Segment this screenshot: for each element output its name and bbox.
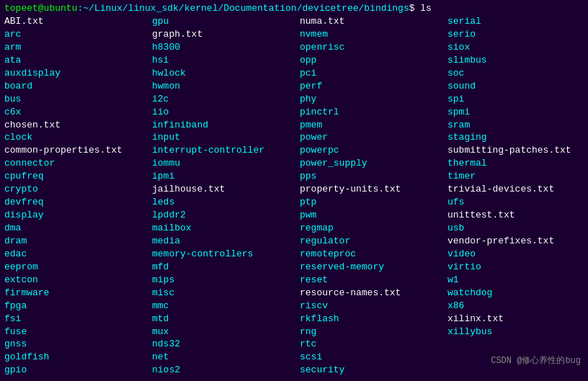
ls-item: ata bbox=[4, 54, 152, 67]
prompt-user: topeet@ubuntu bbox=[4, 3, 77, 14]
ls-item: bus bbox=[4, 93, 152, 106]
ls-item: power_supply bbox=[300, 157, 447, 170]
ls-item: vendor-prefixes.txt bbox=[447, 235, 588, 248]
ls-item: ipmi bbox=[152, 170, 300, 183]
ls-item: x86 bbox=[447, 300, 588, 313]
ls-item: iommu bbox=[152, 157, 300, 170]
ls-item: pmem bbox=[300, 119, 447, 132]
ls-item: opp bbox=[300, 54, 447, 67]
ls-item: c6x bbox=[4, 106, 152, 119]
ls-item: mtd bbox=[152, 313, 300, 326]
ls-item: auxdisplay bbox=[4, 67, 152, 80]
ls-item: ptp bbox=[300, 196, 447, 209]
ls-item: gpio bbox=[4, 364, 152, 377]
ls-item: ABI.txt bbox=[4, 15, 152, 28]
ls-item: virtio bbox=[447, 261, 588, 274]
prompt-path: :~/Linux/linux_sdk/kernel/Documentation/… bbox=[77, 3, 409, 14]
ls-item: xilinx.txt bbox=[447, 313, 588, 326]
terminal: topeet@ubuntu:~/Linux/linux_sdk/kernel/D… bbox=[0, 0, 588, 381]
ls-item: submitting-patches.txt bbox=[447, 144, 588, 157]
ls-item: sound bbox=[447, 80, 588, 93]
ls-item: phy bbox=[300, 93, 447, 106]
ls-item: powerpc bbox=[300, 144, 447, 157]
ls-item: numa.txt bbox=[300, 15, 447, 28]
ls-item: riscv bbox=[300, 300, 447, 313]
ls-item: dma bbox=[4, 222, 152, 235]
ls-output: ABI.txtgpunuma.txtserialarcgraph.txtnvme… bbox=[4, 15, 584, 377]
ls-item: nvmem bbox=[300, 28, 447, 41]
ls-item: fuse bbox=[4, 326, 152, 339]
ls-item: nios2 bbox=[152, 364, 300, 377]
ls-item: gnss bbox=[4, 338, 152, 351]
ls-item: pinctrl bbox=[300, 106, 447, 119]
ls-item: pwm bbox=[300, 209, 447, 222]
ls-item: eeprom bbox=[4, 261, 152, 274]
ls-item: jailhouse.txt bbox=[152, 183, 300, 196]
ls-item: siox bbox=[447, 41, 588, 54]
ls-item: openrisc bbox=[300, 41, 447, 54]
ls-item: media bbox=[152, 235, 300, 248]
prompt-dollar: $ ls bbox=[409, 3, 432, 14]
ls-item: perf bbox=[300, 80, 447, 93]
ls-item: connector bbox=[4, 157, 152, 170]
ls-item: unittest.txt bbox=[447, 209, 588, 222]
ls-item: scsi bbox=[300, 351, 447, 364]
ls-item: iio bbox=[152, 106, 300, 119]
ls-item: rng bbox=[300, 326, 447, 339]
ls-item: display bbox=[4, 209, 152, 222]
ls-item: mips bbox=[152, 274, 300, 287]
ls-item: i2c bbox=[152, 93, 300, 106]
ls-item: regmap bbox=[300, 222, 447, 235]
ls-item: pps bbox=[300, 170, 447, 183]
ls-item: watchdog bbox=[447, 287, 588, 300]
ls-item: mux bbox=[152, 326, 300, 339]
ls-item: chosen.txt bbox=[4, 119, 152, 132]
ls-item: dram bbox=[4, 235, 152, 248]
ls-item: ufs bbox=[447, 196, 588, 209]
ls-item: serio bbox=[447, 28, 588, 41]
ls-item: nds32 bbox=[152, 338, 300, 351]
ls-item: spi bbox=[447, 93, 588, 106]
ls-item: graph.txt bbox=[152, 28, 300, 41]
ls-item: firmware bbox=[4, 287, 152, 300]
ls-item: h8300 bbox=[152, 41, 300, 54]
ls-item: fpga bbox=[4, 300, 152, 313]
ls-item: xillybus bbox=[447, 326, 588, 339]
ls-item: hwlock bbox=[152, 67, 300, 80]
ls-item: mfd bbox=[152, 261, 300, 274]
ls-item: fsi bbox=[4, 313, 152, 326]
ls-item: pci bbox=[300, 67, 447, 80]
ls-item: timer bbox=[447, 170, 588, 183]
ls-item: cpufreq bbox=[4, 170, 152, 183]
ls-item: rtc bbox=[300, 338, 447, 351]
ls-item: interrupt-controller bbox=[152, 144, 300, 157]
ls-item: memory-controllers bbox=[152, 248, 300, 261]
ls-item: arm bbox=[4, 41, 152, 54]
ls-item: slimbus bbox=[447, 54, 588, 67]
ls-item: mmc bbox=[152, 300, 300, 313]
ls-item: input bbox=[152, 131, 300, 144]
ls-item: sram bbox=[447, 119, 588, 132]
ls-item: w1 bbox=[447, 274, 588, 287]
prompt-line: topeet@ubuntu:~/Linux/linux_sdk/kernel/D… bbox=[4, 3, 584, 14]
ls-item: security bbox=[300, 364, 447, 377]
ls-item: reset bbox=[300, 274, 447, 287]
ls-item: board bbox=[4, 80, 152, 93]
ls-item: usb bbox=[447, 222, 588, 235]
ls-item: goldfish bbox=[4, 351, 152, 364]
ls-item: property-units.txt bbox=[300, 183, 447, 196]
ls-item: thermal bbox=[447, 157, 588, 170]
ls-item: video bbox=[447, 248, 588, 261]
ls-item: crypto bbox=[4, 183, 152, 196]
ls-item: net bbox=[152, 351, 300, 364]
ls-item: spmi bbox=[447, 106, 588, 119]
ls-item: trivial-devices.txt bbox=[447, 183, 588, 196]
ls-item: devfreq bbox=[4, 196, 152, 209]
ls-item: rkflash bbox=[300, 313, 447, 326]
ls-item: mailbox bbox=[152, 222, 300, 235]
ls-item: soc bbox=[447, 67, 588, 80]
ls-item: hsi bbox=[152, 54, 300, 67]
ls-item: leds bbox=[152, 196, 300, 209]
ls-item: clock bbox=[4, 131, 152, 144]
watermark: CSDN @修心养性的bug bbox=[491, 354, 581, 367]
